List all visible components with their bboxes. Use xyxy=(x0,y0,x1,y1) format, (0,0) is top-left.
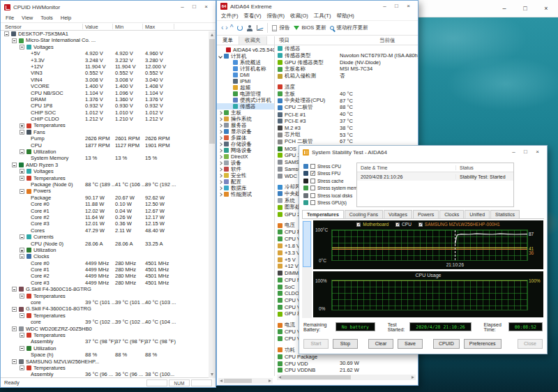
panel-row[interactable]: CPU VDDNB 21.62 W xyxy=(275,367,418,374)
chevron-icon[interactable] xyxy=(218,180,223,184)
action-button[interactable]: Stop xyxy=(333,339,358,349)
graph-tab[interactable]: Voltages xyxy=(384,210,412,218)
graph-tab[interactable]: Temperatures xyxy=(302,210,344,218)
expand-toggle[interactable] xyxy=(12,307,17,312)
graph-selector-gutter[interactable] xyxy=(302,220,312,318)
expand-toggle[interactable] xyxy=(12,326,17,331)
tree-item[interactable]: 性能测试 xyxy=(217,191,274,197)
aida64-titlebar[interactable]: 64 AIDA64 Extreme – □ × xyxy=(217,1,418,12)
menu-item[interactable]: 帮助(H) xyxy=(336,13,354,20)
sensor-row[interactable]: Space (h) 88 % 88 % 88 % xyxy=(1,352,216,358)
sensor-row[interactable]: Core #0 11.88 W 0.10 W 12.50 W xyxy=(1,201,216,207)
panel-row[interactable]: PCI-E #1 40 °C xyxy=(275,111,418,118)
sensor-row[interactable]: G.Skill F4-3600C16-8GTRG xyxy=(1,306,216,312)
sensor-row[interactable]: +5V 4.920 V 4.920 V 4.960 V xyxy=(1,50,216,56)
report-button[interactable]: 报告 xyxy=(272,24,289,31)
menu-item[interactable]: Help xyxy=(61,15,71,21)
sensor-row[interactable]: Package 90.17 W 20.67 W 92.62 W xyxy=(1,195,216,201)
sensor-row[interactable]: WDC WD20EZRZ-00Z5HB0 xyxy=(1,326,216,332)
sensor-row[interactable]: Temperatures xyxy=(1,332,216,338)
scroll-right-icon[interactable] xyxy=(412,376,414,379)
tree-item[interactable]: DirectX xyxy=(217,153,274,160)
expand-toggle[interactable] xyxy=(20,313,24,318)
expand-toggle[interactable] xyxy=(20,333,24,338)
driver-update-button[interactable]: 驱动程序更新 xyxy=(330,24,368,31)
scroll-down-icon[interactable] xyxy=(211,373,213,376)
expand-toggle[interactable] xyxy=(20,169,24,174)
expand-toggle[interactable] xyxy=(12,359,17,364)
action-button[interactable]: Preferences xyxy=(464,339,502,349)
sensor-row[interactable]: Core #1 12.02 W 0.04 W 12.67 W xyxy=(1,208,216,214)
sensor-row[interactable]: +12V 11.904 V 11.904 V 12.000 V xyxy=(1,63,216,70)
chevron-icon[interactable] xyxy=(218,167,223,172)
action-button[interactable]: Start xyxy=(303,339,329,349)
panel-row[interactable]: 主板名称 MSI MS-7C34 xyxy=(275,66,418,73)
sensor-row[interactable]: Temperatures xyxy=(1,293,216,299)
expand-toggle[interactable] xyxy=(12,163,17,167)
chevron-icon[interactable] xyxy=(218,136,223,140)
vertical-scrollbar[interactable] xyxy=(209,31,216,378)
action-button[interactable]: CPUID xyxy=(433,339,460,349)
column-current-value[interactable]: 当前值 xyxy=(379,37,395,44)
menu-item[interactable]: File xyxy=(6,15,14,21)
sensor-row[interactable]: System Memory 13 % 13 % 15 % xyxy=(1,155,216,161)
sensor-row[interactable]: Temperatures xyxy=(1,312,216,319)
panel-row[interactable]: 中央处理器(CPU) 87 °C xyxy=(275,98,418,105)
sensor-row[interactable]: core 39 °C (102 ... 39 °C (102 ... 40 °C… xyxy=(1,319,216,325)
panel-row[interactable]: 传感器类型 Nuvoton NCT6797D-M (ISA A80h) xyxy=(275,52,418,59)
tree-item[interactable]: DMI xyxy=(217,72,274,78)
sensor-row[interactable]: Utilization xyxy=(1,247,216,253)
menu-item[interactable]: 查看(V) xyxy=(244,13,262,20)
expand-toggle[interactable] xyxy=(20,149,24,154)
stress-checkbox[interactable] xyxy=(310,171,315,176)
expand-toggle[interactable] xyxy=(4,31,9,36)
maximize-button[interactable]: □ xyxy=(391,1,402,11)
chevron-icon[interactable] xyxy=(218,142,223,146)
minimize-button[interactable]: – xyxy=(176,2,188,12)
expand-toggle[interactable] xyxy=(20,45,24,50)
sensor-row[interactable]: G.Skill F4-3600C16-8GTRG xyxy=(1,286,216,292)
scrollbar-thumb[interactable] xyxy=(281,375,351,379)
sensor-row[interactable]: SAMSUNG MZVLW256HEHP... xyxy=(1,359,216,365)
column-min[interactable]: Min xyxy=(115,24,123,30)
legend-checkbox[interactable] xyxy=(418,223,423,227)
sensor-row[interactable]: Package (Node 0) 88 °C (189 ... 41 °C (1… xyxy=(1,181,216,188)
chevron-icon[interactable] xyxy=(218,111,223,115)
sensor-row[interactable]: Temperatures xyxy=(1,365,216,371)
panel-row[interactable]: PCI-E #3 37 °C xyxy=(275,118,418,125)
sensor-row[interactable]: CPU (Node 0) 28.06 A 28.06 A 33.25 A xyxy=(1,241,216,247)
column-item[interactable]: 项目 xyxy=(279,37,289,44)
graph-tab[interactable]: Cooling Fans xyxy=(345,210,383,218)
scrollbar-thumb[interactable] xyxy=(209,39,215,144)
column-sensor[interactable]: Sensor xyxy=(5,24,22,30)
sensor-row[interactable]: Assembly 37 °C (98 °F) 37 °C (98 °F) 37 … xyxy=(1,338,216,345)
panel-row[interactable]: GPU 传感器类型 Diode (NV-Diode) xyxy=(275,59,418,66)
sensor-row[interactable]: Fans xyxy=(1,129,216,135)
tree-item[interactable]: 传感器 xyxy=(217,103,274,110)
sensor-row[interactable]: CPU 1P8 0.932 V 0.930 V 0.932 V xyxy=(1,103,216,109)
graph-tab[interactable]: Clocks xyxy=(439,210,464,218)
panel-row[interactable]: 芯片组 53 °C xyxy=(275,132,418,139)
menu-item[interactable]: 工具(T) xyxy=(314,13,331,20)
close-button[interactable]: × xyxy=(531,147,543,157)
column-status[interactable]: Status xyxy=(456,165,513,170)
sensor-row[interactable]: AMD Ryzen 3 xyxy=(1,162,216,168)
chevron-icon[interactable] xyxy=(218,155,223,159)
close-button[interactable]: × xyxy=(402,1,414,11)
sensor-row[interactable]: Core #2 4499 MHz 280 MHz 4501 MHz xyxy=(1,273,216,279)
sensor-row[interactable]: DESKTOP-7SK5MA1 xyxy=(1,31,216,37)
panel-row[interactable]: PCH 二极管 67 °C xyxy=(275,138,418,145)
scroll-right-icon[interactable] xyxy=(269,379,271,382)
sensor-row[interactable]: Utilization xyxy=(1,149,216,155)
hwmonitor-titlebar[interactable]: CPUID HWMonitor – □ × xyxy=(1,1,216,13)
graph-tab[interactable]: Powers xyxy=(413,210,439,218)
expand-toggle[interactable] xyxy=(20,248,24,252)
expand-toggle[interactable] xyxy=(20,130,24,135)
pane-tab[interactable]: 菜单 xyxy=(217,36,239,45)
chevron-icon[interactable] xyxy=(218,161,223,165)
sensor-row[interactable]: Core #1 4499 MHz 280 MHz 4501 MHz xyxy=(1,266,216,273)
chevron-icon[interactable] xyxy=(218,186,223,190)
column-value[interactable]: Value xyxy=(85,24,98,30)
expand-toggle[interactable] xyxy=(12,287,17,292)
nav-arrow-icon[interactable]: › xyxy=(225,22,227,34)
